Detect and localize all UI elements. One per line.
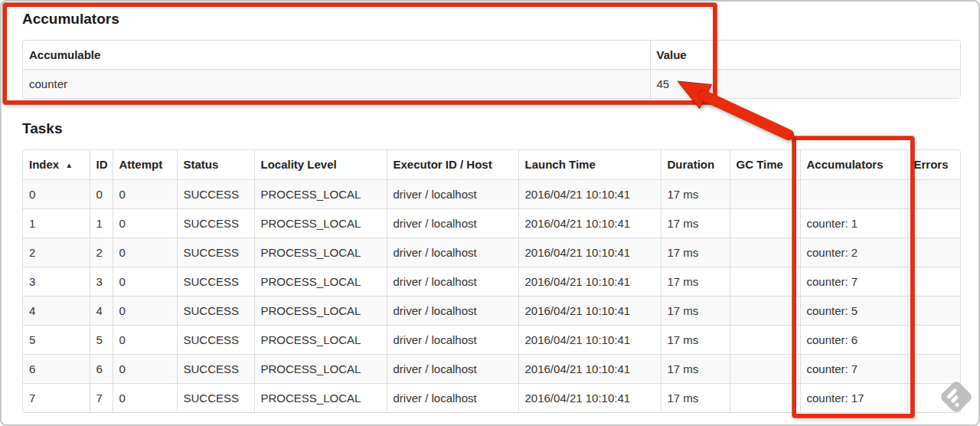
locality-level-column-header[interactable]: Locality Level (254, 150, 387, 180)
tasks-table: Index▲ ID Attempt Status Locality Level … (22, 149, 961, 413)
task-id-cell: 2 (90, 238, 113, 267)
task-index-cell: 1 (23, 209, 90, 238)
task-executor-cell: driver / localhost (387, 238, 518, 267)
task-locality-cell: PROCESS_LOCAL (254, 267, 387, 297)
task-id-cell: 5 (90, 326, 113, 355)
id-column-header[interactable]: ID (90, 150, 113, 180)
task-attempt-cell: 0 (113, 267, 177, 297)
accumulators-header-row: Accumulable Value (23, 41, 960, 70)
task-status-cell: SUCCESS (177, 180, 254, 209)
task-status-cell: SUCCESS (177, 209, 254, 238)
task-accumulators-cell: counter: 2 (800, 238, 907, 267)
task-row: 3 3 0 SUCCESS PROCESS_LOCAL driver / loc… (23, 267, 960, 297)
task-gc-time-cell (730, 267, 800, 297)
task-accumulators-cell: counter: 1 (800, 209, 907, 238)
sort-ascending-icon: ▲ (65, 161, 73, 169)
task-status-cell: SUCCESS (177, 297, 254, 326)
task-status-cell: SUCCESS (177, 355, 254, 384)
task-row: 6 6 0 SUCCESS PROCESS_LOCAL driver / loc… (23, 355, 960, 384)
task-id-cell: 7 (90, 384, 113, 413)
gc-time-column-header[interactable]: GC Time (730, 150, 800, 180)
task-gc-time-cell (730, 384, 800, 413)
task-accumulators-cell: counter: 7 (800, 267, 907, 297)
task-index-cell: 2 (23, 238, 90, 267)
tasks-header-row: Index▲ ID Attempt Status Locality Level … (23, 150, 960, 180)
task-duration-cell: 17 ms (661, 355, 730, 384)
task-errors-cell (907, 297, 960, 326)
task-duration-cell: 17 ms (661, 209, 730, 238)
index-header-label: Index (29, 158, 59, 171)
task-attempt-cell: 0 (113, 326, 177, 355)
task-status-cell: SUCCESS (177, 384, 254, 413)
task-executor-cell: driver / localhost (387, 326, 518, 355)
task-index-cell: 0 (23, 180, 90, 209)
task-errors-cell (907, 267, 960, 297)
errors-column-header[interactable]: Errors (907, 150, 960, 180)
task-errors-cell (907, 384, 960, 413)
task-duration-cell: 17 ms (661, 180, 730, 209)
task-launch-time-cell: 2016/04/21 10:10:41 (518, 267, 661, 297)
task-index-cell: 6 (23, 355, 90, 384)
task-gc-time-cell (730, 297, 800, 326)
accumulable-name-cell: counter (23, 70, 650, 99)
executor-id-host-column-header[interactable]: Executor ID / Host (387, 150, 518, 180)
value-column-header[interactable]: Value (650, 41, 960, 70)
task-row: 0 0 0 SUCCESS PROCESS_LOCAL driver / loc… (23, 180, 960, 209)
task-launch-time-cell: 2016/04/21 10:10:41 (518, 355, 661, 384)
task-gc-time-cell (730, 326, 800, 355)
accumulable-column-header[interactable]: Accumulable (23, 41, 650, 70)
task-duration-cell: 17 ms (661, 238, 730, 267)
task-locality-cell: PROCESS_LOCAL (254, 384, 387, 413)
task-row: 4 4 0 SUCCESS PROCESS_LOCAL driver / loc… (23, 297, 960, 326)
task-attempt-cell: 0 (113, 209, 177, 238)
task-duration-cell: 17 ms (661, 384, 730, 413)
status-column-header[interactable]: Status (177, 150, 254, 180)
accumulators-section-title: Accumulators (22, 11, 958, 28)
task-index-cell: 5 (23, 326, 90, 355)
task-accumulators-cell: counter: 17 (800, 384, 907, 413)
task-locality-cell: PROCESS_LOCAL (254, 297, 387, 326)
task-attempt-cell: 0 (113, 180, 177, 209)
launch-time-column-header[interactable]: Launch Time (518, 150, 661, 180)
attempt-column-header[interactable]: Attempt (113, 150, 177, 180)
task-status-cell: SUCCESS (177, 267, 254, 297)
task-index-cell: 4 (23, 297, 90, 326)
task-launch-time-cell: 2016/04/21 10:10:41 (518, 180, 661, 209)
accumulators-column-header[interactable]: Accumulators (800, 150, 907, 180)
screenshot-frame: Accumulators Accumulable Value counter 4… (0, 0, 980, 426)
task-locality-cell: PROCESS_LOCAL (254, 355, 387, 384)
duration-column-header[interactable]: Duration (661, 150, 730, 180)
tasks-section-title: Tasks (22, 120, 958, 137)
task-locality-cell: PROCESS_LOCAL (254, 326, 387, 355)
index-column-header[interactable]: Index▲ (23, 150, 90, 180)
task-locality-cell: PROCESS_LOCAL (254, 209, 387, 238)
task-launch-time-cell: 2016/04/21 10:10:41 (518, 209, 661, 238)
task-executor-cell: driver / localhost (387, 297, 518, 326)
task-executor-cell: driver / localhost (387, 355, 518, 384)
task-gc-time-cell (730, 355, 800, 384)
page-content: Accumulators Accumulable Value counter 4… (2, 2, 978, 413)
task-attempt-cell: 0 (113, 355, 177, 384)
task-launch-time-cell: 2016/04/21 10:10:41 (518, 384, 661, 413)
task-executor-cell: driver / localhost (387, 267, 518, 297)
task-accumulators-cell: counter: 7 (800, 355, 907, 384)
task-launch-time-cell: 2016/04/21 10:10:41 (518, 238, 661, 267)
task-errors-cell (907, 355, 960, 384)
task-id-cell: 6 (90, 355, 113, 384)
task-executor-cell: driver / localhost (387, 180, 518, 209)
task-executor-cell: driver / localhost (387, 209, 518, 238)
task-errors-cell (907, 238, 960, 267)
task-id-cell: 1 (90, 209, 113, 238)
task-locality-cell: PROCESS_LOCAL (254, 238, 387, 267)
task-errors-cell (907, 326, 960, 355)
task-id-cell: 0 (90, 180, 113, 209)
accumulator-row: counter 45 (23, 70, 960, 99)
task-accumulators-cell: counter: 6 (800, 326, 907, 355)
task-gc-time-cell (730, 180, 800, 209)
accumulators-table: Accumulable Value counter 45 (22, 40, 961, 99)
task-accumulators-cell: counter: 5 (800, 297, 907, 326)
task-gc-time-cell (730, 209, 800, 238)
task-row: 5 5 0 SUCCESS PROCESS_LOCAL driver / loc… (23, 326, 960, 355)
task-executor-cell: driver / localhost (387, 384, 518, 413)
task-duration-cell: 17 ms (661, 267, 730, 297)
